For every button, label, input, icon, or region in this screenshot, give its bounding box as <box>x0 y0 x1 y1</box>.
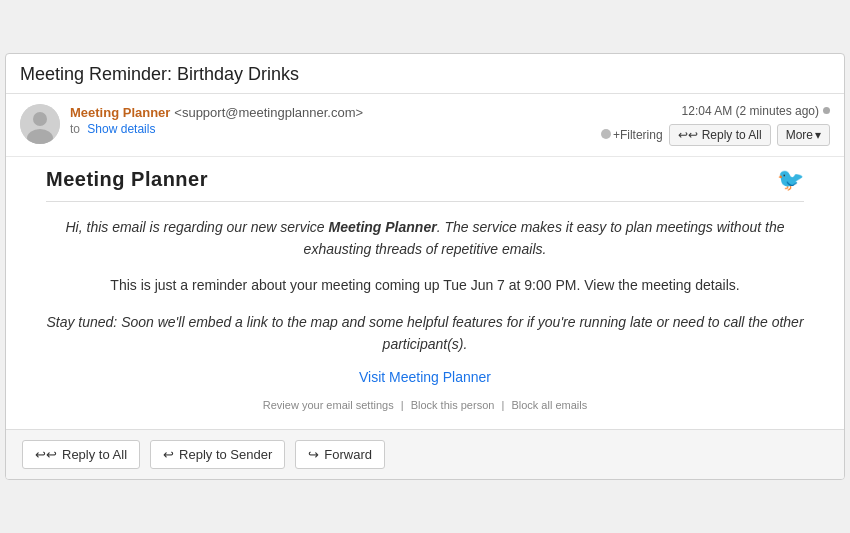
visit-link: Visit Meeting Planner <box>46 369 804 385</box>
show-details-link[interactable]: Show details <box>87 122 155 136</box>
forward-action-button[interactable]: ↪ Forward <box>295 440 385 469</box>
more-arrow-icon: ▾ <box>815 128 821 142</box>
block-all-emails-link[interactable]: Block all emails <box>511 399 587 411</box>
body-paragraph-2: This is just a reminder about your meeti… <box>46 274 804 296</box>
reply-all-icon: ↩↩ <box>678 128 698 142</box>
email-title: Meeting Reminder: Birthday Drinks <box>20 64 830 85</box>
svg-point-1 <box>33 112 47 126</box>
action-bar: ↩↩ Reply to All ↩ Reply to Sender ↪ Forw… <box>6 429 844 479</box>
timestamp-text: 12:04 AM (2 minutes ago) <box>682 104 819 118</box>
reply-to-sender-action-label: Reply to Sender <box>179 447 272 462</box>
forward-action-label: Forward <box>324 447 372 462</box>
more-label: More <box>786 128 813 142</box>
email-title-bar: Meeting Reminder: Birthday Drinks <box>6 54 844 94</box>
twitter-icon: 🐦 <box>777 167 804 193</box>
more-button[interactable]: More ▾ <box>777 124 830 146</box>
body-paragraph-1: Hi, this email is regarding our new serv… <box>46 216 804 261</box>
header-right: 12:04 AM (2 minutes ago) +Filtering ↩↩ R… <box>601 104 830 146</box>
divider <box>46 201 804 202</box>
reply-to-all-action-button[interactable]: ↩↩ Reply to All <box>22 440 140 469</box>
sender-name-line: Meeting Planner <support@meetingplanner.… <box>70 104 591 120</box>
filtering-label: +Filtering <box>601 128 663 142</box>
footer-links: Review your email settings | Block this … <box>46 399 804 411</box>
review-email-settings-link[interactable]: Review your email settings <box>263 399 394 411</box>
email-container: Meeting Reminder: Birthday Drinks Meetin… <box>5 53 845 481</box>
to-line: to Show details <box>70 122 591 136</box>
email-body: Meeting Planner 🐦 Hi, this email is rega… <box>6 157 844 430</box>
body-text: Hi, this email is regarding our new serv… <box>46 216 804 356</box>
forward-action-icon: ↪ <box>308 447 319 462</box>
brand-name: Meeting Planner <box>46 168 208 191</box>
email-header: Meeting Planner <support@meetingplanner.… <box>6 94 844 157</box>
reply-to-sender-action-button[interactable]: ↩ Reply to Sender <box>150 440 285 469</box>
to-label: to <box>70 122 80 136</box>
body-paragraph-3: Stay tuned: Soon we'll embed a link to t… <box>46 311 804 356</box>
avatar <box>20 104 60 144</box>
header-actions: +Filtering ↩↩ Reply to All More ▾ <box>601 124 830 146</box>
timestamp-dot[interactable] <box>823 107 830 114</box>
timestamp: 12:04 AM (2 minutes ago) <box>682 104 830 118</box>
filter-dot <box>601 129 611 139</box>
sender-email: <support@meetingplanner.com> <box>174 105 363 120</box>
footer-separator-2: | <box>501 399 507 411</box>
reply-sender-action-icon: ↩ <box>163 447 174 462</box>
reply-to-all-action-label: Reply to All <box>62 447 127 462</box>
brand-header: Meeting Planner 🐦 <box>46 167 804 193</box>
reply-all-action-icon: ↩↩ <box>35 447 57 462</box>
footer-separator-1: | <box>401 399 407 411</box>
reply-all-label: Reply to All <box>702 128 762 142</box>
block-person-link[interactable]: Block this person <box>411 399 495 411</box>
sender-info: Meeting Planner <support@meetingplanner.… <box>70 104 591 136</box>
visit-meeting-planner-link[interactable]: Visit Meeting Planner <box>359 369 491 385</box>
sender-name: Meeting Planner <box>70 105 170 120</box>
reply-all-button[interactable]: ↩↩ Reply to All <box>669 124 771 146</box>
